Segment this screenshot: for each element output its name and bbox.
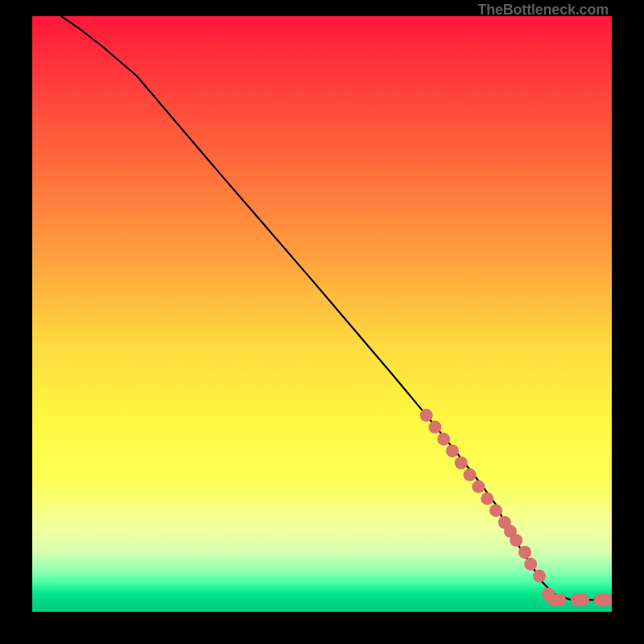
highlight-dot — [428, 421, 441, 434]
highlight-dot — [518, 546, 531, 559]
highlight-dots-group — [420, 409, 612, 606]
highlight-dot — [420, 409, 433, 422]
highlight-dot — [437, 432, 450, 445]
highlight-dot — [455, 456, 468, 469]
plot-area — [32, 16, 612, 612]
highlight-dot — [510, 534, 522, 547]
highlight-dot — [524, 558, 537, 571]
highlight-dot — [446, 444, 459, 457]
bottleneck-curve-line — [61, 16, 612, 600]
highlight-dot — [472, 481, 485, 493]
chart-stage: TheBottleneck.com — [0, 0, 644, 644]
highlight-dot — [464, 469, 477, 481]
highlight-dot — [553, 593, 566, 606]
chart-svg — [32, 16, 612, 612]
highlight-dot — [533, 570, 546, 583]
highlight-dot — [576, 593, 589, 606]
highlight-dot — [489, 504, 502, 517]
highlight-dot — [481, 492, 493, 505]
